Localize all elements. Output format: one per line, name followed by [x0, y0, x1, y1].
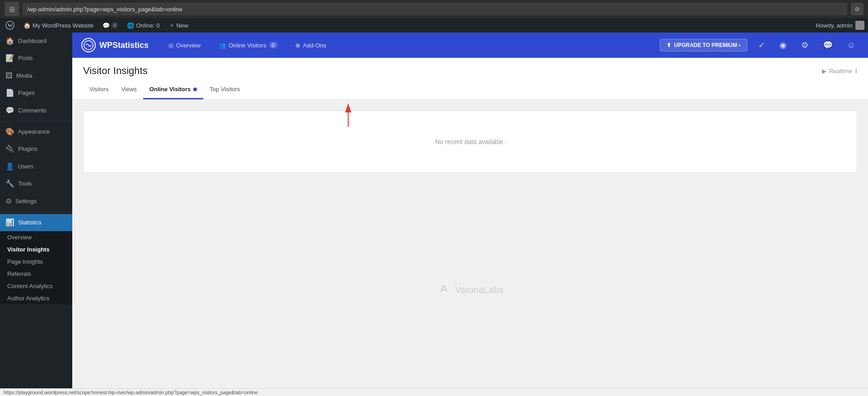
sidebar-item-statistics[interactable]: 📊 Statistics	[0, 214, 72, 231]
upgrade-icon: ⬆	[667, 42, 671, 48]
tools-icon: 🔧	[5, 179, 14, 189]
browser-url-bar[interactable]	[23, 3, 847, 15]
wp-logo[interactable]: W	[4, 19, 16, 32]
wps-logo: WPStatistics	[81, 38, 149, 52]
plugins-icon: 🔌	[5, 144, 14, 154]
sidebar-item-dashboard[interactable]: 🏠 Dashboard	[0, 33, 72, 50]
online-visitors-badge: 0	[269, 42, 277, 48]
admin-bar-comments[interactable]: 💬 0	[99, 18, 121, 33]
page-body: No recent data available. VeronaLabs	[72, 100, 868, 326]
sidebar-item-plugins[interactable]: 🔌 Plugins	[0, 140, 72, 158]
online-visitors-nav-icon: 👥	[219, 42, 226, 49]
submenu-author-analytics[interactable]: Author Analytics	[0, 292, 72, 304]
svg-text:W: W	[8, 23, 13, 28]
users-icon: 👤	[5, 162, 14, 172]
tab-views[interactable]: Views	[115, 82, 143, 99]
main-content: WPStatistics ◎ Overview 👥 Online Visitor…	[72, 33, 868, 396]
statistics-icon: 📊	[5, 218, 14, 228]
wp-admin-bar: W 🏠 My WordPress Website 💬 0 🌐 Online: 0…	[0, 18, 868, 33]
online-dot	[193, 88, 197, 91]
submenu-page-insights[interactable]: Page Insights	[0, 256, 72, 268]
wps-check-icon-btn[interactable]: ✓	[755, 38, 769, 52]
sidebar-item-users[interactable]: 👤 Users	[0, 158, 72, 175]
browser-settings-button[interactable]: ⚙	[851, 3, 863, 15]
appearance-icon: 🎨	[5, 127, 14, 137]
admin-bar-site[interactable]: 🏠 My WordPress Website	[20, 18, 97, 33]
realtime-label[interactable]: ▶ Realtime ℹ	[822, 67, 857, 75]
comments-count: 0	[112, 22, 118, 28]
dashboard-icon: 🏠	[5, 36, 14, 46]
watermark-icon	[437, 282, 451, 298]
settings-icon: ⚙	[5, 196, 12, 206]
wps-logo-icon	[81, 38, 96, 52]
no-data-card: No recent data available.	[83, 111, 857, 173]
sidebar: 🏠 Dashboard 📝 Posts 🖼 Media 📄 Pages 💬 Co…	[0, 33, 72, 396]
sidebar-item-tools[interactable]: 🔧 Tools	[0, 175, 72, 192]
tab-online-visitors[interactable]: Online Visitors	[143, 82, 204, 99]
wps-nav-online-visitors[interactable]: 👥 Online Visitors 0	[213, 39, 283, 51]
realtime-play-icon: ▶	[822, 68, 826, 75]
wps-nav-overview[interactable]: ◎ Overview	[163, 39, 206, 51]
sidebar-item-pages[interactable]: 📄 Pages	[0, 84, 72, 102]
wps-smiley-icon-btn[interactable]: ☺	[844, 39, 859, 52]
realtime-info-icon: ℹ	[855, 67, 857, 75]
pages-icon: 📄	[5, 88, 14, 98]
tab-top-visitors[interactable]: Top Visitors	[203, 82, 246, 99]
upgrade-premium-button[interactable]: ⬆ UPGRADE TO PREMIUM ›	[660, 39, 747, 51]
submenu-referrals[interactable]: Referrals	[0, 268, 72, 280]
statistics-submenu: Overview Visitor Insights Page Insights …	[0, 231, 72, 304]
wps-feedback-icon-btn[interactable]: 💬	[819, 38, 836, 52]
admin-bar-new[interactable]: ＋ New	[165, 18, 192, 33]
wps-circle-icon-btn[interactable]: ◉	[776, 38, 790, 52]
watermark: VeronaLabs	[437, 282, 504, 298]
posts-icon: 📝	[5, 53, 14, 63]
submenu-content-analytics[interactable]: Content Analytics	[0, 280, 72, 292]
admin-bar-right: Howdy, admin	[816, 21, 864, 30]
submenu-visitor-insights[interactable]: Visitor Insights	[0, 243, 72, 256]
wp-layout: 🏠 Dashboard 📝 Posts 🖼 Media 📄 Pages 💬 Co…	[0, 33, 868, 396]
media-icon: 🖼	[5, 71, 13, 81]
sidebar-item-media[interactable]: 🖼 Media	[0, 67, 72, 84]
page-title: Visitor Insights	[83, 65, 148, 77]
wps-nav-addons[interactable]: ⊕ Add-Ons	[290, 39, 331, 51]
page-header: Visitor Insights ▶ Realtime ℹ Visitors V…	[72, 58, 868, 100]
addons-nav-icon: ⊕	[295, 42, 300, 49]
admin-avatar[interactable]	[855, 21, 864, 30]
status-bar: https://playground.wordpress.net/scope:h…	[0, 388, 868, 396]
browser-bar: ⊞ ⚙	[0, 0, 868, 18]
tabs-row: Visitors Views Online Visitors Top Visit…	[83, 82, 857, 99]
comments-icon: 💬	[5, 106, 14, 116]
wps-topbar: WPStatistics ◎ Overview 👥 Online Visitor…	[72, 33, 868, 58]
sidebar-item-settings[interactable]: ⚙ Settings	[0, 193, 72, 210]
browser-grid-icon[interactable]: ⊞	[5, 2, 19, 16]
submenu-overview[interactable]: Overview	[0, 231, 72, 243]
sidebar-item-posts[interactable]: 📝 Posts	[0, 50, 72, 67]
overview-nav-icon: ◎	[168, 42, 173, 49]
wps-settings-icon-btn[interactable]: ⚙	[798, 38, 812, 52]
sidebar-item-comments[interactable]: 💬 Comments	[0, 102, 72, 119]
admin-bar-online[interactable]: 🌐 Online: 0	[123, 18, 163, 33]
sidebar-item-appearance[interactable]: 🎨 Appearance	[0, 123, 72, 140]
tab-visitors[interactable]: Visitors	[83, 82, 115, 99]
